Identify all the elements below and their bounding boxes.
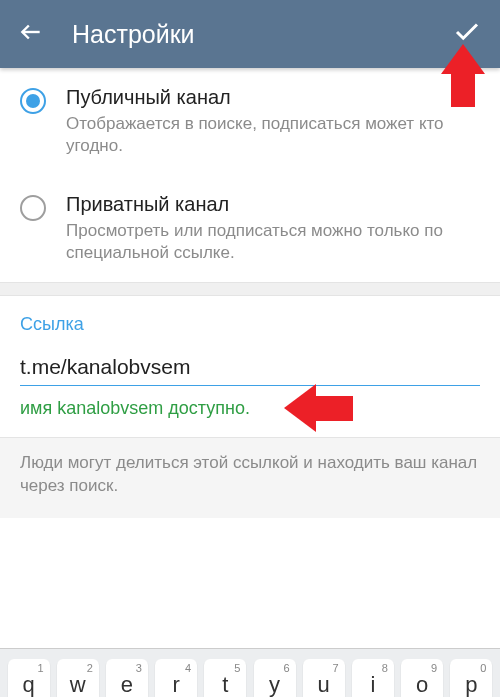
private-channel-desc: Просмотреть или подписаться можно только… (66, 220, 480, 264)
keyboard-key[interactable]: e3 (106, 659, 148, 697)
key-number: 0 (480, 662, 486, 674)
keyboard: q1w2e3r4t5y6u7i8o9p0 asdfghjkl (0, 648, 500, 697)
link-header: Ссылка (20, 314, 480, 335)
public-channel-option[interactable]: Публичный канал Отображается в поиске, п… (0, 68, 500, 175)
key-number: 3 (136, 662, 142, 674)
keyboard-key[interactable]: u7 (303, 659, 345, 697)
keyboard-key[interactable]: t5 (204, 659, 246, 697)
annotation-arrow-icon (441, 44, 485, 74)
key-number: 9 (431, 662, 437, 674)
key-number: 5 (234, 662, 240, 674)
channel-type-section: Публичный канал Отображается в поиске, п… (0, 68, 500, 282)
link-prefix: t.me/ (20, 355, 67, 379)
keyboard-key[interactable]: i8 (352, 659, 394, 697)
private-channel-option[interactable]: Приватный канал Просмотреть или подписат… (0, 175, 500, 282)
key-number: 8 (382, 662, 388, 674)
public-channel-label: Публичный канал (66, 86, 480, 109)
link-hint: Люди могут делиться этой ссылкой и наход… (0, 437, 500, 518)
keyboard-key[interactable]: y6 (254, 659, 296, 697)
app-header: Настройки (0, 0, 500, 68)
link-section: Ссылка t.me/ имя kanalobvsem доступно. (0, 296, 500, 423)
page-title: Настройки (72, 20, 452, 49)
private-channel-label: Приватный канал (66, 193, 480, 216)
key-number: 7 (333, 662, 339, 674)
keyboard-key[interactable]: o9 (401, 659, 443, 697)
annotation-arrow-body (315, 396, 353, 421)
key-number: 1 (37, 662, 43, 674)
radio-unselected-icon (20, 195, 46, 221)
keyboard-key[interactable]: q1 (8, 659, 50, 697)
link-input[interactable] (67, 355, 267, 379)
keyboard-key[interactable]: p0 (450, 659, 492, 697)
key-number: 2 (87, 662, 93, 674)
section-divider (0, 282, 500, 296)
annotation-arrow-body (451, 73, 475, 107)
keyboard-key[interactable]: r4 (155, 659, 197, 697)
annotation-arrow-icon (284, 384, 316, 432)
key-number: 4 (185, 662, 191, 674)
key-number: 6 (283, 662, 289, 674)
link-availability: имя kanalobvsem доступно. (20, 398, 480, 419)
radio-selected-icon (20, 88, 46, 114)
public-channel-desc: Отображается в поиске, подписаться может… (66, 113, 480, 157)
keyboard-key[interactable]: w2 (57, 659, 99, 697)
link-input-row[interactable]: t.me/ (20, 355, 480, 386)
back-icon[interactable] (18, 19, 44, 49)
